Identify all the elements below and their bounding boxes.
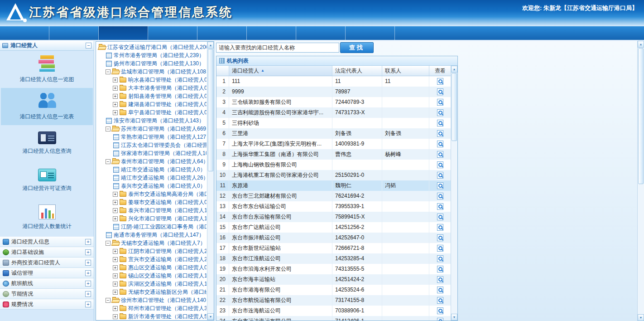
nav-tab[interactable] xyxy=(148,26,197,40)
sidebar-shortcut[interactable]: 港口经营人信息查询 xyxy=(1,125,93,162)
tree-node[interactable]: − 无锡市交通运输局（港口经营人7） xyxy=(97,239,207,247)
tree-toggle-icon[interactable]: + xyxy=(113,192,118,197)
sidebar-shortcut[interactable]: 港口经营人信息一览表 xyxy=(1,88,93,125)
table-row[interactable]: 22 东台市航悦运输有限公司 73174155-8 xyxy=(216,295,451,306)
tree-toggle-icon[interactable]: + xyxy=(113,78,118,83)
view-detail-icon[interactable] xyxy=(437,141,443,147)
scroll-up-icon[interactable]: ▲ xyxy=(638,41,644,48)
sidebar-shortcut[interactable]: 港口经营人信息一览图 xyxy=(1,51,93,88)
table-row[interactable]: 17 东台市新世纪运输站 72666721-8 xyxy=(216,243,451,253)
tree-toggle-icon[interactable]: − xyxy=(106,126,111,131)
expand-icon[interactable]: + xyxy=(85,260,91,266)
tree-node[interactable]: + 新沂市港务管理处（港口经营人5） xyxy=(97,312,207,321)
tree-toggle-icon[interactable]: + xyxy=(113,216,118,221)
table-row[interactable]: 23 东台市连海航运公司 70388906-1 xyxy=(216,306,451,316)
sidebar-accordion[interactable]: 航班航线 + xyxy=(0,278,94,289)
col-legal-rep[interactable]: 法定代表人 xyxy=(332,66,382,76)
table-row[interactable]: 12 东台市三北郊建材有限公司 76241694-2 xyxy=(216,191,451,201)
tree-node[interactable]: 常熟市港口管理局（港口经营人127） xyxy=(97,133,207,141)
tree-node[interactable]: + 宜兴市交通运输局（港口经营人2） xyxy=(97,255,207,263)
view-detail-icon[interactable] xyxy=(437,245,443,252)
tree-toggle-icon[interactable]: + xyxy=(113,86,118,91)
tree-toggle-icon[interactable]: + xyxy=(113,265,118,270)
expand-icon[interactable]: + xyxy=(85,291,91,297)
table-row[interactable]: 2 9999 78987 xyxy=(216,87,451,97)
table-row[interactable]: 24 东台市运达海运有限公司 71413406-1 xyxy=(216,316,451,321)
tree-node[interactable]: + 泰州市交通运输局高港分局（港口经 xyxy=(97,190,207,198)
tree-toggle-icon[interactable]: − xyxy=(106,298,111,303)
sidebar-shortcut[interactable]: 港口经营人数量统计 xyxy=(1,199,93,237)
tree-node[interactable]: 扬州市港口管理局（港口经营人130） xyxy=(97,59,207,68)
table-row[interactable]: 13 东台市东台镇运输公司 73955339-1 xyxy=(216,201,451,212)
tree-node[interactable]: + 射阳县港务管理局（港口经营人0） xyxy=(97,92,207,100)
col-operator-name[interactable]: 港口经营人▲ xyxy=(229,66,332,76)
tree-node[interactable]: 泰兴市交通运输局（港口经营人0） xyxy=(97,182,207,190)
search-input[interactable] xyxy=(216,43,339,53)
scroll-up-icon[interactable]: ▲ xyxy=(451,66,457,73)
tree-toggle-icon[interactable]: − xyxy=(106,241,111,246)
view-detail-icon[interactable] xyxy=(437,318,443,321)
view-detail-icon[interactable] xyxy=(437,182,443,189)
tree-node[interactable]: − 苏州市港口管理局（港口经营人669） xyxy=(97,125,207,133)
sidebar-accordion[interactable]: 规费情况 + xyxy=(0,299,94,310)
view-detail-icon[interactable] xyxy=(437,276,443,283)
view-detail-icon[interactable] xyxy=(437,307,443,314)
tree-node[interactable]: 靖江市交通运输局（港口经营人26） xyxy=(97,174,207,182)
nav-tab[interactable] xyxy=(99,26,148,40)
table-row[interactable]: 4 三吉利能源股份有限公司张家港华宇... 74731733-X xyxy=(216,107,451,118)
tree-toggle-icon[interactable]: + xyxy=(113,290,118,295)
tree-node[interactable]: 张家港市港口管理局（港口经营人10 xyxy=(97,149,207,157)
view-detail-icon[interactable] xyxy=(437,297,443,304)
scroll-thumb[interactable] xyxy=(638,48,644,184)
tree-node[interactable]: + 姜堰市交通运输局（港口经营人0） xyxy=(97,198,207,206)
scroll-down-icon[interactable]: ▼ xyxy=(207,313,214,320)
view-detail-icon[interactable] xyxy=(437,234,443,241)
table-row[interactable]: 8 上海振华重工集团（南通）有限公司 曹伟忠 杨树峰 xyxy=(216,149,451,160)
tree-node[interactable]: 江苏太仓港口管理委员会（港口经营 xyxy=(97,141,207,149)
table-row[interactable]: 21 东台市港海有限公司 14253524-6 xyxy=(216,285,451,295)
tree-node[interactable]: + 建湖县港口管理处（港口经营人0） xyxy=(97,100,207,108)
view-detail-icon[interactable] xyxy=(437,130,443,137)
view-detail-icon[interactable] xyxy=(437,255,443,262)
expand-icon[interactable]: + xyxy=(85,249,91,255)
tree-toggle-icon[interactable]: + xyxy=(113,314,118,319)
search-button[interactable]: 查找 xyxy=(340,42,374,53)
sidebar-accordion[interactable]: 港口经营人信息 + xyxy=(0,237,94,247)
tree-node[interactable]: 江苏省交通运输厅港口局（港口经营人2001 xyxy=(97,43,207,51)
sidebar-accordion[interactable]: 外商投资港口经营人 + xyxy=(0,258,94,268)
tree-toggle-icon[interactable]: − xyxy=(106,159,111,164)
tree-node[interactable]: 靖江市交通运输局（港口经营人0） xyxy=(97,165,207,174)
tree-node[interactable]: 淮安市港口管理局（港口经营人143） xyxy=(97,117,207,125)
sidebar-shortcut[interactable]: 港口经营许可证查询 xyxy=(1,162,93,199)
tree-node[interactable]: + 响水县港口管理处（港口经营人0） xyxy=(97,76,207,84)
table-row[interactable]: 18 东台市江淮航运公司 14253285-4 xyxy=(216,253,451,264)
tree-node[interactable]: 南通市港务管理局（港口经营人147） xyxy=(97,231,207,239)
expand-icon[interactable]: + xyxy=(85,270,91,276)
view-detail-icon[interactable] xyxy=(437,161,443,168)
tree-toggle-icon[interactable]: + xyxy=(113,102,118,107)
view-detail-icon[interactable] xyxy=(437,99,443,106)
tree-toggle-icon[interactable]: − xyxy=(106,69,111,74)
sidebar-accordion[interactable]: 港口基础设施 + xyxy=(0,247,94,258)
view-detail-icon[interactable] xyxy=(437,287,443,293)
tree-toggle-icon[interactable]: + xyxy=(113,273,118,278)
tree-node[interactable]: + 泰兴市港口管理局（港口经营人11） xyxy=(97,206,207,214)
tree-node[interactable]: + 大丰市港务管理局（港口经营人0） xyxy=(97,84,207,92)
table-row[interactable]: 14 东台市台东运输有限公司 75899415-X xyxy=(216,212,451,222)
table-row[interactable]: 1 111 11 11 xyxy=(216,76,451,87)
nav-tab[interactable] xyxy=(197,26,247,40)
sidebar-accordion[interactable]: 诚信管理 + xyxy=(0,268,94,278)
tree-node[interactable]: 常州市港务管理局（港口经营人239） xyxy=(97,51,207,59)
table-row[interactable]: 16 东台市振洋航运公司 14252647-0 xyxy=(216,233,451,243)
tree-toggle-icon[interactable]: + xyxy=(113,257,118,262)
table-row[interactable]: 9 上海梅山钢铁股份有限公司 xyxy=(216,160,451,170)
tree-toggle-icon[interactable]: + xyxy=(113,94,118,99)
tree-node[interactable]: + 惠山区交通运输局（港口经营人0） xyxy=(97,263,207,272)
tree-scrollbar[interactable]: ▲ ▼ xyxy=(207,42,214,320)
scroll-down-icon[interactable]: ▼ xyxy=(451,314,457,321)
nav-tab[interactable] xyxy=(0,26,49,40)
tree-toggle-icon[interactable]: + xyxy=(113,282,118,287)
expand-icon[interactable]: + xyxy=(85,302,91,307)
view-detail-icon[interactable] xyxy=(437,78,443,85)
tree-node[interactable]: + 无锡市交通运输新区分局（港口经营 xyxy=(97,288,207,296)
